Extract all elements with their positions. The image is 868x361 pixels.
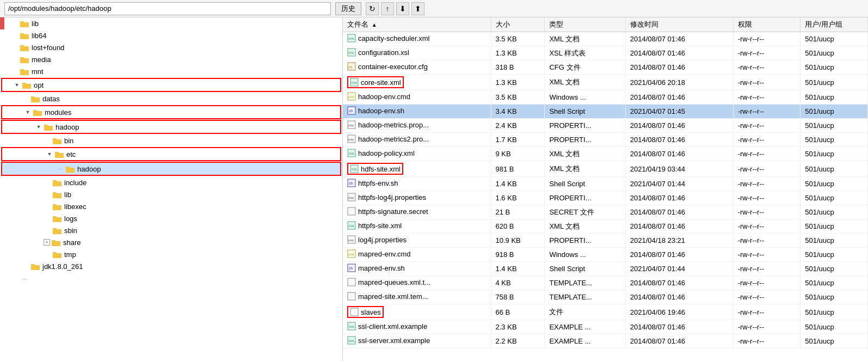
file-name-cell[interactable]: mapred-queues.xml.t... <box>343 276 491 290</box>
folder-icon <box>65 165 75 173</box>
th-modified[interactable]: 修改时间 <box>625 17 733 32</box>
tree-item-more: ··· <box>0 272 342 284</box>
tree-item-hadoop[interactable]: ▼ hadoop <box>2 121 340 133</box>
file-name: httpfs-log4j.properties <box>358 193 426 201</box>
download-icon[interactable]: ⬇ <box>396 2 409 15</box>
file-name-cell[interactable]: prophttpfs-log4j.properties <box>343 191 491 205</box>
folder-icon <box>33 108 42 116</box>
folder-icon <box>51 238 61 246</box>
file-name-cell[interactable]: XMLssl-server.xml.example <box>343 334 491 348</box>
folder-icon <box>20 56 29 63</box>
upload-icon[interactable]: ⬆ <box>411 2 424 15</box>
file-name-cell[interactable]: XMLcore-site.xml <box>343 75 491 90</box>
tree-item-lib2[interactable]: lib <box>0 188 342 200</box>
file-name-cell[interactable]: XMLssl-client.xml.example <box>343 320 491 334</box>
file-name-cell[interactable]: slaves <box>343 304 491 320</box>
expand-icon <box>11 20 19 27</box>
file-modified: 2014/08/07 01:46 <box>625 133 733 147</box>
tree-item-lib64[interactable]: lib64 <box>0 29 342 41</box>
file-modified: 2014/08/07 01:46 <box>625 119 733 133</box>
file-name-cell[interactable]: httpfs-signature.secret <box>343 205 491 219</box>
file-name-cell[interactable]: proplog4j.properties <box>343 234 491 248</box>
th-filename[interactable]: 文件名 ▲ <box>343 17 491 32</box>
file-name-cell[interactable]: shhttpfs-env.sh <box>343 177 491 191</box>
expand-icon-modules: ▼ <box>24 108 32 116</box>
file-name-cell[interactable]: XMLhadoop-policy.xml <box>343 147 491 161</box>
up-icon[interactable]: ↑ <box>381 2 394 15</box>
tree-label: bin <box>64 137 73 145</box>
tree-item-jdk[interactable]: jdk1.8.0_261 <box>0 260 342 272</box>
tree-item-share[interactable]: + share <box>0 236 342 248</box>
file-name-cell[interactable]: cfgcontainer-executor.cfg <box>343 60 491 75</box>
file-size: 620 B <box>491 219 545 234</box>
tree-item-logs[interactable]: logs <box>0 212 342 224</box>
tree-item-modules[interactable]: ▼ modules <box>2 106 340 118</box>
svg-text:cfg: cfg <box>348 65 352 69</box>
file-name-cell[interactable]: XMLhttpfs-site.xml <box>343 219 491 234</box>
tree-item-lib[interactable]: lib <box>0 17 342 29</box>
svg-text:XML: XML <box>351 168 358 171</box>
tree-item-hadoop2[interactable]: ····· hadoop <box>2 163 340 175</box>
tree-item-sbin[interactable]: sbin <box>0 224 342 236</box>
tree-item-mnt[interactable]: mnt <box>0 65 342 77</box>
history-button[interactable]: 历史 <box>335 2 361 15</box>
file-icon: XML <box>347 322 356 331</box>
file-name-cell[interactable]: prophadoop-metrics2.pro... <box>343 133 491 147</box>
tree-item-etc[interactable]: ▼ etc <box>2 148 340 160</box>
file-modified: 2014/08/07 01:46 <box>625 60 733 75</box>
file-modified: 2014/08/07 01:46 <box>625 32 733 46</box>
file-name-cell[interactable]: XMLcapacity-scheduler.xml <box>343 32 491 46</box>
th-owner[interactable]: 用户/用户组 <box>801 17 868 32</box>
tree-item-datas[interactable]: datas <box>0 93 342 105</box>
file-name-cell[interactable]: XMLhdfs-site.xml <box>343 161 491 177</box>
file-permissions: -rw-r--r-- <box>733 234 801 248</box>
tree-item-include[interactable]: include <box>0 176 342 188</box>
th-permissions[interactable]: 权限 <box>733 17 801 32</box>
file-type: Shell Script <box>545 177 625 191</box>
file-name-cell[interactable]: prophadoop-metrics.prop... <box>343 119 491 133</box>
svg-text:XML: XML <box>351 81 358 84</box>
file-name-cell[interactable]: XSLconfiguration.xsl <box>343 46 491 60</box>
file-icon: cmd <box>347 249 356 258</box>
expand-icon <box>11 56 19 63</box>
file-owner: 501/uucp <box>801 205 868 219</box>
tree-item-lostfound[interactable]: lost+found <box>0 41 342 53</box>
svg-rect-35 <box>350 308 358 316</box>
file-modified: 2014/08/07 01:46 <box>625 90 733 105</box>
tree-label: lost+found <box>32 44 64 52</box>
file-modified: 2021/04/07 01:44 <box>625 177 733 191</box>
file-name: slaves <box>361 308 381 316</box>
folder-icon <box>52 250 62 258</box>
file-name-cell[interactable]: mapred-site.xml.tem... <box>343 290 491 304</box>
path-input[interactable] <box>4 2 331 15</box>
file-name-cell[interactable]: cmdhadoop-env.cmd <box>343 90 491 105</box>
file-name-cell[interactable]: shhadoop-env.sh <box>343 105 491 119</box>
th-type[interactable]: 类型 <box>545 17 625 32</box>
file-name-cell[interactable]: cmdmapred-env.cmd <box>343 248 491 262</box>
file-permissions: -rw-r--r-- <box>733 191 801 205</box>
file-permissions: -rw-r--r-- <box>733 90 801 105</box>
tree-item-libexec[interactable]: libexec <box>0 200 342 212</box>
tree-label: jdk1.8.0_261 <box>42 262 83 271</box>
file-name: mapred-site.xml.tem... <box>358 292 428 301</box>
file-owner: 501/uucp <box>801 177 868 191</box>
tree-label: modules <box>45 108 71 117</box>
file-owner: 501/uucp <box>801 46 868 60</box>
folder-icon <box>52 215 62 222</box>
file-size: 981 B <box>491 161 545 177</box>
file-name-cell[interactable]: shmapred-env.sh <box>343 262 491 276</box>
file-size: 1.3 KB <box>491 46 545 60</box>
th-size[interactable]: 大小 <box>491 17 545 32</box>
file-modified: 2021/04/07 01:44 <box>625 262 733 276</box>
file-name: capacity-scheduler.xml <box>358 34 430 42</box>
tree-item-bin[interactable]: bin <box>0 134 342 146</box>
tree-item-media[interactable]: media <box>0 53 342 65</box>
folder-icon <box>20 44 29 51</box>
file-type: PROPERTI... <box>545 119 625 133</box>
expand-icon-hadoop: ▼ <box>35 123 42 131</box>
expand-icon-etc: ▼ <box>46 150 53 158</box>
tree-item-opt[interactable]: ▼ opt <box>2 79 340 91</box>
tree-item-tmp[interactable]: tmp <box>0 248 342 260</box>
file-permissions: -rw-r--r-- <box>733 177 801 191</box>
refresh-icon[interactable]: ↻ <box>366 2 379 15</box>
